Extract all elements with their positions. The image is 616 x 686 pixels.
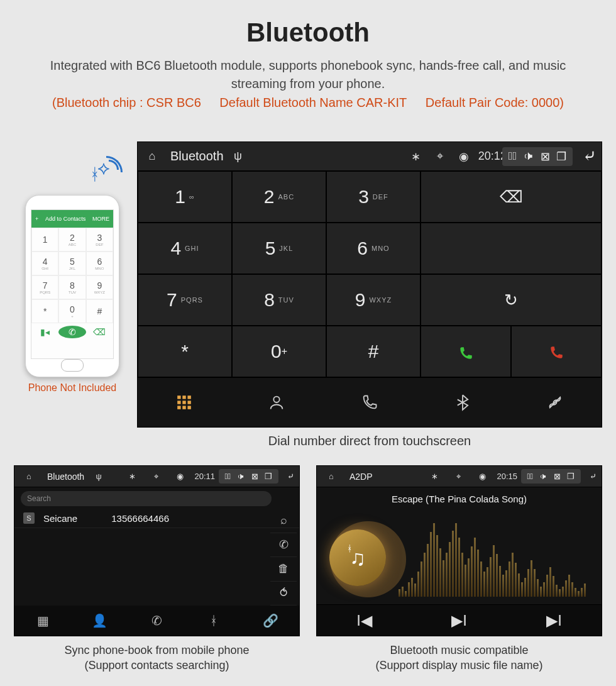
clock: 20:11 (195, 472, 214, 481)
wifi-icon: ◉ (454, 150, 473, 163)
screenshot-icon[interactable]: ⟲⃞ (527, 472, 534, 481)
screenshot-icon[interactable]: ⟲⃞ (509, 150, 517, 163)
visualizer: ♫ᚼ (317, 504, 602, 604)
a2dp-caption: Bluetooth music compatible (Support disp… (316, 643, 602, 673)
a2dp-screen: ⌂ A2DP ∗ ⌖ ◉ 20:15 ⟲⃞ 🕩 ⊠ ❐ ⤶ Escape (Th… (316, 465, 602, 636)
back-icon[interactable]: ⤶ (287, 472, 294, 481)
side-call-icon[interactable]: ✆ (270, 533, 297, 558)
bt-status-icon: ∗ (123, 472, 142, 481)
phone-key-4: 4GHI (31, 252, 58, 275)
clock: 20:15 (497, 472, 516, 481)
tab-keypad[interactable]: ▦ (14, 606, 72, 636)
tab-contacts[interactable]: 👤 (72, 606, 129, 636)
tab-recent-calls[interactable]: ✆ (128, 606, 185, 636)
phone-dial-icon: ✆ (58, 326, 85, 338)
tab-contacts[interactable] (231, 377, 324, 426)
bluetooth-radiating-icon: ⟡ ᚼ (85, 157, 123, 195)
page-specs: (Bluetooth chip : CSR BC6 Default Blueto… (19, 96, 597, 110)
tab-bluetooth[interactable] (416, 377, 509, 426)
screenshot-icon[interactable]: ⟲⃞ (225, 472, 231, 481)
back-icon[interactable]: ⤶ (583, 147, 597, 166)
side-delete-icon[interactable]: 🗑 (270, 557, 297, 582)
hangup-button[interactable] (511, 326, 602, 377)
key-8[interactable]: 8TUV (232, 274, 326, 326)
close-icon[interactable]: ⊠ (251, 472, 258, 481)
phone-key-#: # (86, 299, 113, 323)
tab-keypad[interactable] (138, 377, 231, 426)
key-1[interactable]: 1∞ (138, 171, 232, 223)
phone-key-3: 3DEF (86, 228, 113, 252)
spec-chip: (Bluetooth chip : CSR BC6 (52, 96, 201, 109)
phone-more-label: MORE (92, 216, 109, 222)
phone-key-1: 1 (31, 228, 58, 252)
svg-rect-1 (182, 396, 185, 399)
key-6[interactable]: 6MNO (326, 223, 421, 274)
volume-icon[interactable]: 🕩 (523, 150, 534, 163)
home-icon[interactable]: ⌂ (19, 472, 38, 481)
next-button[interactable]: ▶I (507, 604, 602, 636)
contact-row[interactable]: S Seicane 13566664466 (14, 509, 299, 528)
back-icon[interactable]: ⤶ (590, 472, 597, 481)
phone-key-2: 2ABC (58, 228, 85, 252)
svg-rect-7 (182, 406, 185, 409)
svg-rect-4 (182, 401, 185, 404)
gps-icon: ⌖ (449, 472, 468, 482)
recents-icon[interactable]: ❐ (265, 472, 272, 481)
tab-pairing[interactable] (509, 377, 602, 426)
home-icon[interactable]: ⌂ (322, 472, 341, 481)
blank-cell (421, 223, 602, 274)
a2dp-title: A2DP (349, 472, 373, 482)
phonebook-search-input[interactable]: Search (21, 491, 272, 506)
bt-status-icon: ∗ (426, 472, 444, 481)
svg-rect-5 (187, 401, 190, 404)
phone-key-9: 9WXYZ (86, 275, 113, 299)
close-icon[interactable]: ⊠ (554, 472, 561, 481)
svg-rect-3 (177, 401, 180, 404)
svg-rect-6 (177, 406, 180, 409)
phone-key-8: 8TUV (58, 275, 85, 299)
recents-icon[interactable]: ❐ (567, 472, 575, 481)
backspace-button[interactable]: ⌫ (421, 171, 602, 223)
key-0[interactable]: 0+ (232, 326, 326, 377)
key-*[interactable]: * (138, 326, 232, 377)
svg-point-9 (274, 396, 280, 402)
key-#[interactable]: # (326, 326, 421, 377)
recents-icon[interactable]: ❐ (556, 150, 566, 163)
wifi-icon: ◉ (473, 472, 492, 481)
clock: 20:12 (478, 150, 497, 163)
page-description: Integrated with BC6 Bluetooth module, su… (38, 57, 578, 93)
close-icon[interactable]: ⊠ (541, 150, 550, 163)
contact-number: 13566664466 (111, 513, 169, 524)
redial-button[interactable]: ↻ (421, 274, 602, 326)
volume-icon[interactable]: 🕩 (539, 472, 547, 481)
dialer-tabs (138, 377, 602, 426)
phone-video-icon: ▮◂ (31, 323, 58, 341)
svg-rect-2 (187, 396, 190, 399)
key-5[interactable]: 5JKL (232, 223, 326, 274)
key-4[interactable]: 4GHI (138, 223, 232, 274)
svg-rect-8 (187, 406, 190, 409)
play-pause-button[interactable]: ▶I (412, 604, 507, 636)
key-7[interactable]: 7PQRS (138, 274, 232, 326)
home-icon[interactable]: ⌂ (143, 150, 162, 163)
contact-badge: S (23, 512, 35, 524)
side-search-icon[interactable]: ⌕ (270, 509, 297, 533)
tab-pairing[interactable]: 🔗 (242, 606, 299, 636)
phonebook-caption: Sync phone-book from mobile phone (Suppo… (14, 643, 300, 673)
dialer-caption: Dial number direct from touchscreen (137, 434, 602, 448)
usb-icon: ψ (89, 472, 108, 481)
key-2[interactable]: 2ABC (232, 171, 326, 223)
side-sync-icon[interactable]: ⥀ (270, 582, 297, 606)
volume-icon[interactable]: 🕩 (237, 472, 245, 481)
dialer-screen: ⌂ Bluetooth ψ ∗ ⌖ ◉ 20:12 ⟲⃞ 🕩 ⊠ ❐ ⤶ 1∞2… (137, 141, 602, 428)
tab-recent-calls[interactable] (323, 377, 416, 426)
phone-key-*: * (31, 299, 58, 323)
phonebook-title: Bluetooth (47, 472, 84, 482)
phonebook-statusbar: ⌂ Bluetooth ψ ∗ ⌖ ◉ 20:11 ⟲⃞ 🕩 ⊠ ❐ ⤶ (14, 466, 299, 487)
key-9[interactable]: 9WXYZ (326, 274, 421, 326)
prev-button[interactable]: I◀ (317, 604, 412, 636)
key-3[interactable]: 3DEF (326, 171, 421, 223)
phone-caption: Phone Not Included (22, 382, 123, 394)
tab-bluetooth[interactable]: ᚼ (185, 606, 243, 636)
call-button[interactable] (421, 326, 511, 377)
